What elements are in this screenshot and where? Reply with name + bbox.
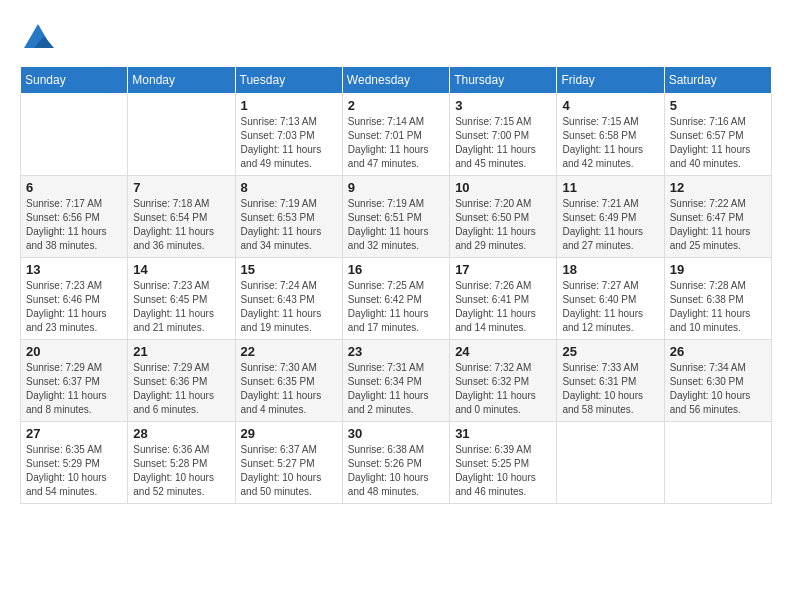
- calendar-week-row: 20Sunrise: 7:29 AM Sunset: 6:37 PM Dayli…: [21, 340, 772, 422]
- day-info: Sunrise: 7:21 AM Sunset: 6:49 PM Dayligh…: [562, 197, 658, 253]
- calendar-cell: 8Sunrise: 7:19 AM Sunset: 6:53 PM Daylig…: [235, 176, 342, 258]
- day-number: 3: [455, 98, 551, 113]
- day-info: Sunrise: 6:35 AM Sunset: 5:29 PM Dayligh…: [26, 443, 122, 499]
- calendar-cell: 2Sunrise: 7:14 AM Sunset: 7:01 PM Daylig…: [342, 94, 449, 176]
- calendar-week-row: 27Sunrise: 6:35 AM Sunset: 5:29 PM Dayli…: [21, 422, 772, 504]
- calendar-cell: [557, 422, 664, 504]
- day-info: Sunrise: 7:13 AM Sunset: 7:03 PM Dayligh…: [241, 115, 337, 171]
- weekday-header: Thursday: [450, 67, 557, 94]
- calendar-week-row: 6Sunrise: 7:17 AM Sunset: 6:56 PM Daylig…: [21, 176, 772, 258]
- calendar-cell: 27Sunrise: 6:35 AM Sunset: 5:29 PM Dayli…: [21, 422, 128, 504]
- day-info: Sunrise: 7:19 AM Sunset: 6:53 PM Dayligh…: [241, 197, 337, 253]
- logo-icon: [20, 20, 56, 56]
- calendar-cell: 16Sunrise: 7:25 AM Sunset: 6:42 PM Dayli…: [342, 258, 449, 340]
- calendar-cell: 10Sunrise: 7:20 AM Sunset: 6:50 PM Dayli…: [450, 176, 557, 258]
- day-number: 21: [133, 344, 229, 359]
- day-info: Sunrise: 7:29 AM Sunset: 6:36 PM Dayligh…: [133, 361, 229, 417]
- day-number: 2: [348, 98, 444, 113]
- calendar-cell: 15Sunrise: 7:24 AM Sunset: 6:43 PM Dayli…: [235, 258, 342, 340]
- day-number: 12: [670, 180, 766, 195]
- calendar-cell: 20Sunrise: 7:29 AM Sunset: 6:37 PM Dayli…: [21, 340, 128, 422]
- day-info: Sunrise: 7:23 AM Sunset: 6:46 PM Dayligh…: [26, 279, 122, 335]
- weekday-header: Friday: [557, 67, 664, 94]
- day-number: 20: [26, 344, 122, 359]
- day-number: 10: [455, 180, 551, 195]
- day-number: 19: [670, 262, 766, 277]
- day-info: Sunrise: 7:23 AM Sunset: 6:45 PM Dayligh…: [133, 279, 229, 335]
- day-number: 24: [455, 344, 551, 359]
- logo: [20, 20, 62, 56]
- calendar-cell: 23Sunrise: 7:31 AM Sunset: 6:34 PM Dayli…: [342, 340, 449, 422]
- weekday-header-row: SundayMondayTuesdayWednesdayThursdayFrid…: [21, 67, 772, 94]
- day-number: 27: [26, 426, 122, 441]
- day-info: Sunrise: 7:20 AM Sunset: 6:50 PM Dayligh…: [455, 197, 551, 253]
- day-number: 17: [455, 262, 551, 277]
- day-number: 25: [562, 344, 658, 359]
- day-number: 13: [26, 262, 122, 277]
- calendar-cell: 29Sunrise: 6:37 AM Sunset: 5:27 PM Dayli…: [235, 422, 342, 504]
- day-number: 7: [133, 180, 229, 195]
- calendar-table: SundayMondayTuesdayWednesdayThursdayFrid…: [20, 66, 772, 504]
- calendar-cell: 12Sunrise: 7:22 AM Sunset: 6:47 PM Dayli…: [664, 176, 771, 258]
- day-info: Sunrise: 7:26 AM Sunset: 6:41 PM Dayligh…: [455, 279, 551, 335]
- day-info: Sunrise: 7:27 AM Sunset: 6:40 PM Dayligh…: [562, 279, 658, 335]
- day-number: 5: [670, 98, 766, 113]
- calendar-cell: 11Sunrise: 7:21 AM Sunset: 6:49 PM Dayli…: [557, 176, 664, 258]
- calendar-cell: 13Sunrise: 7:23 AM Sunset: 6:46 PM Dayli…: [21, 258, 128, 340]
- day-info: Sunrise: 7:15 AM Sunset: 6:58 PM Dayligh…: [562, 115, 658, 171]
- day-info: Sunrise: 6:39 AM Sunset: 5:25 PM Dayligh…: [455, 443, 551, 499]
- weekday-header: Saturday: [664, 67, 771, 94]
- calendar-cell: 3Sunrise: 7:15 AM Sunset: 7:00 PM Daylig…: [450, 94, 557, 176]
- calendar-cell: 14Sunrise: 7:23 AM Sunset: 6:45 PM Dayli…: [128, 258, 235, 340]
- calendar-cell: 5Sunrise: 7:16 AM Sunset: 6:57 PM Daylig…: [664, 94, 771, 176]
- calendar-cell: 1Sunrise: 7:13 AM Sunset: 7:03 PM Daylig…: [235, 94, 342, 176]
- calendar-cell: 28Sunrise: 6:36 AM Sunset: 5:28 PM Dayli…: [128, 422, 235, 504]
- calendar-cell: 31Sunrise: 6:39 AM Sunset: 5:25 PM Dayli…: [450, 422, 557, 504]
- page-header: [20, 20, 772, 56]
- day-info: Sunrise: 7:16 AM Sunset: 6:57 PM Dayligh…: [670, 115, 766, 171]
- day-info: Sunrise: 7:18 AM Sunset: 6:54 PM Dayligh…: [133, 197, 229, 253]
- day-number: 14: [133, 262, 229, 277]
- day-info: Sunrise: 7:15 AM Sunset: 7:00 PM Dayligh…: [455, 115, 551, 171]
- day-number: 18: [562, 262, 658, 277]
- calendar-week-row: 13Sunrise: 7:23 AM Sunset: 6:46 PM Dayli…: [21, 258, 772, 340]
- day-number: 23: [348, 344, 444, 359]
- day-number: 28: [133, 426, 229, 441]
- weekday-header: Monday: [128, 67, 235, 94]
- day-number: 8: [241, 180, 337, 195]
- day-number: 29: [241, 426, 337, 441]
- day-info: Sunrise: 6:37 AM Sunset: 5:27 PM Dayligh…: [241, 443, 337, 499]
- calendar-cell: 25Sunrise: 7:33 AM Sunset: 6:31 PM Dayli…: [557, 340, 664, 422]
- day-number: 15: [241, 262, 337, 277]
- calendar-cell: 22Sunrise: 7:30 AM Sunset: 6:35 PM Dayli…: [235, 340, 342, 422]
- calendar-cell: 24Sunrise: 7:32 AM Sunset: 6:32 PM Dayli…: [450, 340, 557, 422]
- day-info: Sunrise: 7:25 AM Sunset: 6:42 PM Dayligh…: [348, 279, 444, 335]
- day-info: Sunrise: 7:31 AM Sunset: 6:34 PM Dayligh…: [348, 361, 444, 417]
- calendar-cell: 4Sunrise: 7:15 AM Sunset: 6:58 PM Daylig…: [557, 94, 664, 176]
- day-number: 26: [670, 344, 766, 359]
- day-number: 11: [562, 180, 658, 195]
- calendar-cell: 19Sunrise: 7:28 AM Sunset: 6:38 PM Dayli…: [664, 258, 771, 340]
- day-info: Sunrise: 7:22 AM Sunset: 6:47 PM Dayligh…: [670, 197, 766, 253]
- day-info: Sunrise: 7:29 AM Sunset: 6:37 PM Dayligh…: [26, 361, 122, 417]
- day-number: 30: [348, 426, 444, 441]
- day-info: Sunrise: 7:19 AM Sunset: 6:51 PM Dayligh…: [348, 197, 444, 253]
- calendar-cell: 18Sunrise: 7:27 AM Sunset: 6:40 PM Dayli…: [557, 258, 664, 340]
- day-number: 16: [348, 262, 444, 277]
- day-info: Sunrise: 7:30 AM Sunset: 6:35 PM Dayligh…: [241, 361, 337, 417]
- day-info: Sunrise: 7:34 AM Sunset: 6:30 PM Dayligh…: [670, 361, 766, 417]
- weekday-header: Tuesday: [235, 67, 342, 94]
- weekday-header: Sunday: [21, 67, 128, 94]
- calendar-cell: [664, 422, 771, 504]
- calendar-cell: 6Sunrise: 7:17 AM Sunset: 6:56 PM Daylig…: [21, 176, 128, 258]
- weekday-header: Wednesday: [342, 67, 449, 94]
- day-info: Sunrise: 7:33 AM Sunset: 6:31 PM Dayligh…: [562, 361, 658, 417]
- day-number: 9: [348, 180, 444, 195]
- day-number: 22: [241, 344, 337, 359]
- day-info: Sunrise: 7:17 AM Sunset: 6:56 PM Dayligh…: [26, 197, 122, 253]
- day-number: 4: [562, 98, 658, 113]
- calendar-cell: 21Sunrise: 7:29 AM Sunset: 6:36 PM Dayli…: [128, 340, 235, 422]
- day-number: 6: [26, 180, 122, 195]
- day-number: 31: [455, 426, 551, 441]
- day-info: Sunrise: 7:32 AM Sunset: 6:32 PM Dayligh…: [455, 361, 551, 417]
